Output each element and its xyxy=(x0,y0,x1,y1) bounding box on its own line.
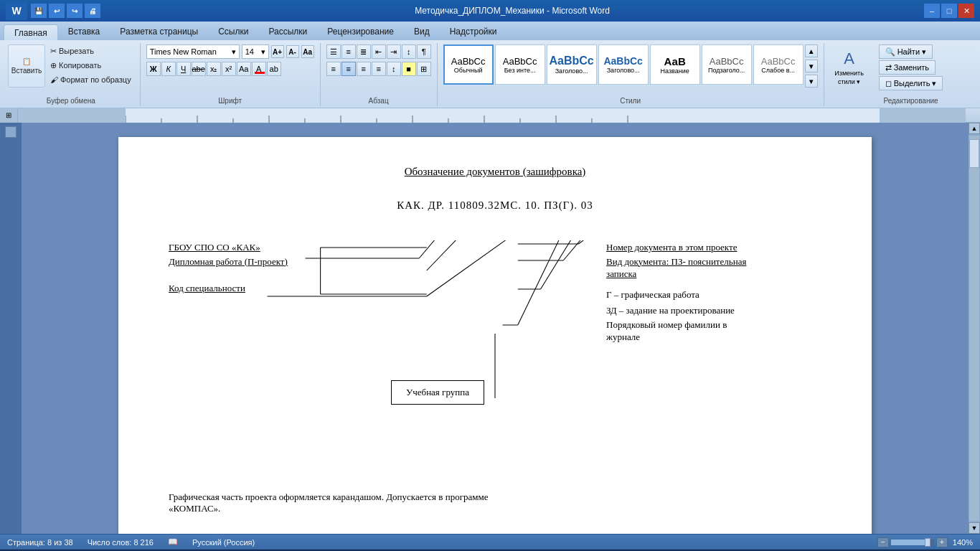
subscript-button[interactable]: x₂ xyxy=(207,62,221,76)
styles-scroll-up-button[interactable]: ▲ xyxy=(805,44,818,57)
ruler-scale[interactable] xyxy=(126,108,880,123)
spell-check-icon-area[interactable]: 📖 xyxy=(168,537,178,547)
tab-home[interactable]: Главная xyxy=(4,24,58,40)
font-name-input[interactable]: Times New Roman ▾ xyxy=(146,44,240,59)
bullets-button[interactable]: ☰ xyxy=(326,44,341,59)
editing-group: 🔍 Найти ▾ ⇄ Заменить ◻ Выделить ▾ Редакт… xyxy=(875,43,949,106)
show-formatting-button[interactable]: ¶ xyxy=(417,44,431,59)
copy-button[interactable]: ⊕ Копировать xyxy=(47,59,134,72)
left-sidebar xyxy=(0,123,22,534)
italic-button[interactable]: К xyxy=(161,62,176,76)
zoom-bar[interactable] xyxy=(891,540,934,545)
diagram-area: ГБОУ СПО СО «КАК» Дипломная работа (П-пр… xyxy=(169,240,821,470)
replace-button[interactable]: ⇄ Заменить xyxy=(879,60,936,75)
scroll-thumb[interactable] xyxy=(969,139,979,168)
document-area[interactable]: Обозначение документов (зашифровка) КАК.… xyxy=(22,123,969,534)
svg-line-28 xyxy=(540,240,585,289)
style-title[interactable]: АаВ Название xyxy=(650,44,700,85)
zoom-in-button[interactable]: + xyxy=(936,537,948,547)
align-left-button[interactable]: ≡ xyxy=(326,62,341,76)
tab-addins[interactable]: Надстройки xyxy=(440,24,507,39)
change-case-button[interactable]: Aa xyxy=(237,62,251,76)
group-box-text: Учебная группа xyxy=(406,387,469,397)
clipboard-group-content: 📋 Вставить ✂ Вырезать ⊕ Копировать 🖌 Фор… xyxy=(8,44,134,95)
tab-references[interactable]: Ссылки xyxy=(208,24,258,39)
format-painter-button[interactable]: 🖌 Формат по образцу xyxy=(47,73,134,86)
font-size-dropdown-arrow: ▾ xyxy=(261,47,265,57)
close-button[interactable]: ✕ xyxy=(958,4,974,18)
bold-button[interactable]: Ж xyxy=(146,62,161,76)
tab-insert[interactable]: Вставка xyxy=(58,24,110,39)
language-area[interactable]: Русский (Россия) xyxy=(192,538,255,547)
zoom-thumb[interactable] xyxy=(925,538,930,547)
align-center-button[interactable]: ≡ xyxy=(341,62,356,76)
clear-format-button[interactable]: Aa xyxy=(301,45,314,58)
paste-button[interactable]: 📋 Вставить xyxy=(8,44,45,88)
tab-view[interactable]: Вид xyxy=(404,24,440,39)
line-spacing-button[interactable]: ↕ xyxy=(387,62,401,76)
bottom-text-line2: «КОМПАС». xyxy=(169,503,821,514)
print-btn[interactable]: 🖨 xyxy=(85,4,100,18)
font-size-decrease-button[interactable]: A- xyxy=(286,45,299,58)
quick-save-btn[interactable]: 💾 xyxy=(31,4,47,18)
find-button[interactable]: 🔍 Найти ▾ xyxy=(879,44,933,59)
quick-redo-btn[interactable]: ↪ xyxy=(67,4,83,18)
ruler-left-margin xyxy=(18,108,126,123)
underline-button[interactable]: Ч xyxy=(176,62,191,76)
numbering-button[interactable]: ≡ xyxy=(341,44,356,59)
font-size-input[interactable]: 14 ▾ xyxy=(242,44,269,59)
minimize-button[interactable]: – xyxy=(924,4,940,18)
zoom-out-button[interactable]: − xyxy=(877,537,889,547)
tab-review[interactable]: Рецензирование xyxy=(317,24,404,39)
change-styles-group: A Изменить стили ▾ xyxy=(826,43,873,106)
scroll-track[interactable] xyxy=(969,136,979,521)
multilevel-list-button[interactable]: ≣ xyxy=(357,44,371,59)
styles-more-button[interactable]: ▾ xyxy=(805,75,818,88)
tab-mailings[interactable]: Рассылки xyxy=(258,24,317,39)
strikethrough-button[interactable]: abe xyxy=(192,62,206,76)
justify-button[interactable]: ≡ xyxy=(372,62,386,76)
style-heading2[interactable]: AaBbCс Заголово... xyxy=(598,44,649,85)
style-heading1[interactable]: AaBbCс Заголово... xyxy=(547,44,597,85)
font-dropdown-arrow: ▾ xyxy=(232,47,236,57)
style-subtle-em[interactable]: AaBbCс Слабое в... xyxy=(753,44,804,85)
shading-button[interactable]: ■ xyxy=(402,62,416,76)
style-no-spacing[interactable]: AaBbCс Без инте... xyxy=(495,44,545,85)
paragraph-group: ☰ ≡ ≣ ⇤ ⇥ ↕ ¶ ≡ ≡ ≡ ≡ ↕ ■ ⊞ Аб xyxy=(322,43,438,106)
tab-page-layout[interactable]: Разметка страницы xyxy=(110,24,208,39)
sort-button[interactable]: ↕ xyxy=(402,44,416,59)
ruler-left-button[interactable]: ⊞ xyxy=(0,108,18,123)
clipboard-group: 📋 Вставить ✂ Вырезать ⊕ Копировать 🖌 Фор… xyxy=(4,43,141,106)
right-labels: Номер документа в этом проекте Вид докум… xyxy=(606,240,821,343)
increase-indent-button[interactable]: ⇥ xyxy=(387,44,401,59)
language-text: Русский (Россия) xyxy=(192,538,255,547)
page-info[interactable]: Страница: 8 из 38 xyxy=(7,538,73,547)
select-button[interactable]: ◻ Выделить ▾ xyxy=(879,76,943,90)
change-styles-button[interactable]: A Изменить стили ▾ xyxy=(830,46,869,89)
highlight-color-button[interactable]: ab xyxy=(267,62,281,76)
borders-button[interactable]: ⊞ xyxy=(417,62,431,76)
styles-scroll-buttons: ▲ ▼ ▾ xyxy=(805,44,818,88)
font-size-increase-button[interactable]: A+ xyxy=(271,45,284,58)
spell-check-icon: 📖 xyxy=(168,537,178,547)
style-subtitle[interactable]: AaBbCс Подзаголо... xyxy=(702,44,752,85)
styles-label: Стили xyxy=(443,95,818,105)
paragraph-label: Абзац xyxy=(326,95,431,105)
maximize-button[interactable]: □ xyxy=(941,4,957,18)
scroll-up-button[interactable]: ▲ xyxy=(969,123,980,134)
cut-button[interactable]: ✂ Вырезать xyxy=(47,44,134,57)
scroll-down-button[interactable]: ▼ xyxy=(969,522,980,534)
bottom-text-line1: Графическая часть проекта оформляется ка… xyxy=(169,491,821,503)
align-right-button[interactable]: ≡ xyxy=(357,62,371,76)
label-diploma-work: Дипломная работа (П-проект) xyxy=(169,255,288,269)
styles-scroll-down-button[interactable]: ▼ xyxy=(805,60,818,72)
document-title: Обозначение документов (зашифровка) xyxy=(169,166,821,178)
text-color-button[interactable]: A xyxy=(252,62,266,76)
app-logo: W xyxy=(6,2,27,20)
editing-group-content: 🔍 Найти ▾ ⇄ Заменить ◻ Выделить ▾ xyxy=(879,44,943,95)
style-normal[interactable]: AaBbCс Обычный xyxy=(443,44,494,85)
quick-undo-btn[interactable]: ↩ xyxy=(49,4,65,18)
word-count-area[interactable]: Число слов: 8 216 xyxy=(88,538,154,547)
decrease-indent-button[interactable]: ⇤ xyxy=(372,44,386,59)
superscript-button[interactable]: x² xyxy=(222,62,236,76)
